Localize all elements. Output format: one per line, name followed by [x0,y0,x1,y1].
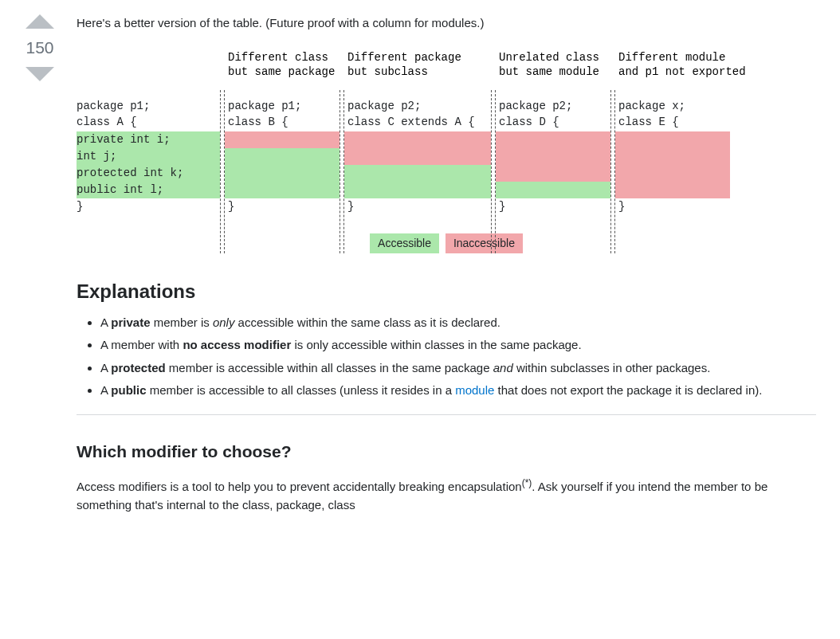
list-item: A protected member is accessible within … [100,359,816,378]
list-item: A member with no access modifier is only… [100,336,816,355]
t: that does not export the package it is d… [494,383,762,397]
col-header: Different module and p1 not exported [618,50,746,79]
code-class-e: package x; class E { [618,98,685,131]
t: Access modifiers is a tool to help you t… [77,480,522,493]
bars-d [496,131,610,198]
brace: } [499,198,505,215]
t: no access modifier [183,338,291,351]
t: A [100,361,111,374]
bars-a: private int i; int j; protected int k; p… [77,131,220,198]
row-public: public int l; [77,182,220,198]
explanation-list: A private member is only accessible with… [77,314,816,400]
code-class-b: package p1; class B { [228,98,301,131]
list-item: A private member is only accessible with… [100,314,816,332]
brace: } [618,198,625,215]
code-class-a: package p1; class A { [77,98,150,131]
bars-b [225,131,340,198]
legend-inaccessible: Inaccessible [446,233,523,253]
t: is only accessible within classes in the… [291,338,581,351]
code-class-d: package p2; class D { [499,98,572,131]
t: A [100,383,111,397]
upvote-button[interactable] [26,14,54,29]
t: accessible within the same class as it i… [234,316,500,329]
t: A member with [100,338,183,351]
intro-text: Here's a better version of the table. (F… [77,14,816,33]
which-paragraph: Access modifiers is a tool to help you t… [77,476,816,514]
code-class-c: package p2; class C extends A { [347,98,475,131]
t: member is accessible within all classes … [166,361,493,374]
col-header: Unrelated class but same module [499,50,599,79]
row-private: private int i; [77,131,220,148]
t: and [493,361,513,374]
downvote-button[interactable] [26,67,54,81]
t: only [213,316,235,329]
brace: } [228,198,234,215]
list-item: A public member is accessible to all cla… [100,382,816,400]
footnote-marker: (*) [522,477,532,488]
which-heading: Which modifier to choose? [77,439,816,465]
t: private [111,316,150,329]
bars-e [615,131,730,198]
vote-score: 150 [26,35,53,61]
brace: } [77,198,83,215]
t: member is [151,316,213,329]
col-header: Different class but same package [228,50,335,79]
t: within subclasses in other packages. [513,361,711,374]
bars-c [344,131,491,198]
module-link[interactable]: module [455,383,494,397]
access-diagram: Different class but same package Differe… [77,50,816,253]
explanations-heading: Explanations [77,277,816,306]
brace: } [347,198,354,215]
row-protected: protected int k; [77,165,220,182]
t: public [111,383,146,397]
t: member is accessible to all classes (unl… [147,383,456,397]
t: A [100,316,111,329]
section-divider [77,414,816,415]
t: protected [111,361,165,374]
legend-accessible: Accessible [370,233,439,253]
col-header: Different package but subclass [347,50,461,79]
row-default: int j; [77,148,220,165]
